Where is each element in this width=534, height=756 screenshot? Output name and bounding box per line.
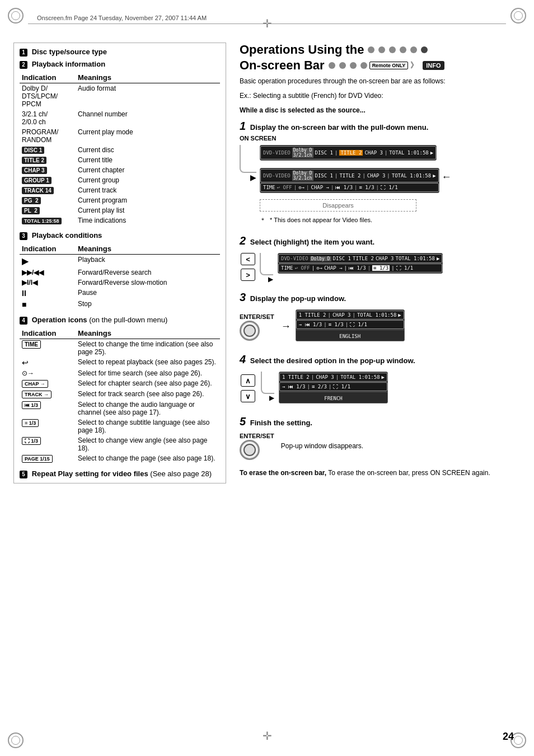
erase-text: To erase the on-screen bar, To erase the… [240,468,521,478]
step-3-arrow: → [281,321,291,332]
screen-4: 1 TITLE 2 | CHAP 3 | TOTAL 1:01:58 ▶ → ⏮… [279,372,388,403]
crosshair-top: ✛ [263,17,272,30]
step-1-footnote: ＊ * This does not appear for Video files… [260,216,452,224]
step-3-content: ENTER/SET → 1 TITLE 2 | CHAP 3 | TOTAL 1… [240,307,521,345]
playback-info-table: Indication Meanings Dolby D/DTS/LPCM/PPC… [20,72,220,226]
indication-cell: TIME [20,339,76,358]
step-1-header: 1 Display the on-screen bar with the pul… [240,120,521,133]
table-row: TIME Select to change the time indicatio… [20,339,220,358]
down-button[interactable]: ∨ [241,390,255,402]
step-3-screen: 1 TITLE 2 | CHAP 3 | TOTAL 1:01:58 ▶ → ⏮… [296,307,405,345]
body-example: Ex.: Selecting a subtitle (French) for D… [240,91,521,101]
left-arrow-icon: ← [442,171,452,183]
step-2-title: Select (highlight) the item you want. [250,238,374,246]
dot-1 [368,46,374,53]
table-row: TRACK → Select for track search (see als… [20,389,220,400]
meaning-cell: Select to change view angle (see also pa… [76,435,220,453]
indication-cell: ▶ [20,255,76,268]
info-badge: INFO [423,61,444,70]
indication-cell: ⏮ 1/3 [20,400,76,417]
ops-title-block: Operations Using the On-screen Bar Remot… [240,43,521,73]
step-1-title: Display the on-screen bar with the pull-… [250,123,429,132]
popup-option-3: ENGLISH [296,330,404,341]
screen-row-3a: 1 TITLE 2 | CHAP 3 | TOTAL 1:01:58 ▶ [296,311,404,320]
step-4-screen: 1 TITLE 2 | CHAP 3 | TOTAL 1:01:58 ▶ → ⏮… [279,369,388,407]
table-row: ▶I/I◀ Forward/Reverse slow-motion [20,278,220,288]
step-2-number: 2 [240,234,246,247]
indication-cell: TRACK → [20,389,76,400]
ops-title-line2: On-screen Bar [240,58,325,73]
page-number: 24 [503,731,514,743]
indication-cell: II [20,288,76,299]
step-2-header: 2 Select (highlight) the item you want. [240,234,521,247]
meaning-cell: Select for track search (see also page 2… [76,389,220,400]
step-5-title: Finish the setting. [250,419,312,427]
meaning-cell: Current title [76,155,220,165]
table-row: ⛶ 1/3 Select to change view angle (see a… [20,435,220,453]
right-column: Operations Using the On-screen Bar Remot… [240,43,521,483]
dot-2 [378,46,385,53]
table-row: CHAP → Select for chapter search (see al… [20,378,220,389]
corner-decoration-tl [8,8,24,24]
meaning-cell: Select to change subtitle language (see … [76,417,220,435]
knob-inner-3 [243,325,256,337]
right-arrow-button[interactable]: > [241,269,255,281]
indication-cell: TITLE 2 [20,155,76,165]
col-meanings: Meanings [76,243,220,255]
step-1-screens-row2: DVD-VIDEO Dolby D3/2.1ch DISC 1 | TITLE … [260,166,439,214]
step-5-header: 5 Finish the setting. [240,415,521,428]
dot-3 [389,46,396,53]
table-row: TRACK 14 Current track [20,185,220,195]
meaning-cell: Forward/Reverse search [76,267,220,278]
indication-cell: CHAP 3 [20,165,76,175]
meaning-cell: Select for chapter search (see also page… [76,378,220,389]
header-text: Onscreen.fm Page 24 Tuesday, November 27… [37,15,207,21]
meaning-cell: Current chapter [76,165,220,175]
screen-1b-top: DVD-VIDEO Dolby D3/2.1ch DISC 1 | TITLE … [260,168,439,193]
section-4-title: 4 Operation icons (on the pull-down menu… [20,316,220,325]
screen-row-4a: 1 TITLE 2 | CHAP 3 | TOTAL 1:01:58 ▶ [279,373,387,382]
table-row: II Pause [20,288,220,299]
indication-cell: TOTAL 1:25:58 [20,215,76,226]
step-5-content: ENTER/SET Pop-up window disappears. [240,431,521,460]
disappears-box: Disappears [260,199,416,212]
step-1-screen-area: ON SCREEN ▶ DVD-VIDEO Dolby D3/2.1ch DIS… [240,135,521,227]
remote-only-badge: Remote ONLY [369,62,409,69]
meaning-cell: Select for time search (see also page 26… [76,368,220,378]
corner-decoration-tr [510,8,526,24]
step-1-number: 1 [240,120,246,132]
section-1-number: 1 [20,49,27,57]
meaning-cell: Channel number [76,109,220,127]
screen-row-1a: DVD-VIDEO Dolby D3/2.1ch DISC 1 | TITLE … [260,146,436,159]
dot-8 [339,62,346,69]
col-meanings: Meanings [76,72,220,83]
meaning-cell: Current track [76,185,220,195]
dot-10 [360,62,367,69]
up-button[interactable]: ∧ [241,374,255,387]
indication-cell: DISC 1 [20,145,76,155]
knob-3 [240,321,260,341]
step-5-number: 5 [240,415,246,428]
table-row: DISC 1 Current disc [20,145,220,155]
up-down-buttons: ∧ ∨ [240,373,256,403]
dot-6 [421,46,428,53]
table-row: ↩ Select to repeat playback (see also pa… [20,357,220,368]
left-arrow-button[interactable]: < [241,253,255,265]
meaning-cell: Forward/Reverse slow-motion [76,278,220,288]
section-1-title: 1 Disc type/source type [20,48,220,57]
col-indication: Indication [20,72,76,83]
step-1-screens: DVD-VIDEO Dolby D3/2.1ch DISC 1 | TITLE … [260,143,452,227]
section-5-title: 5 Repeat Play setting for video files (S… [20,469,220,478]
dot-5 [410,46,417,53]
table-row: GROUP 1 Current group [20,175,220,185]
meaning-cell: Current play mode [76,127,220,145]
enter-set-label-5: ENTER/SET [240,433,274,439]
dot-7 [329,62,335,69]
operation-icons-table: Indication Meanings TIME Select to chang… [20,328,220,464]
step-4-buttons: ∧ ∨ [240,373,256,403]
indication-cell: ⛶ 1/3 [20,435,76,453]
meaning-cell: Select to change the page (see also page… [76,453,220,464]
playback-conditions-table: Indication Meanings ▶ Playback ▶▶/◀◀ For… [20,243,220,310]
indication-cell: ≡ 1/3 [20,417,76,435]
section-2-number: 2 [20,61,27,69]
